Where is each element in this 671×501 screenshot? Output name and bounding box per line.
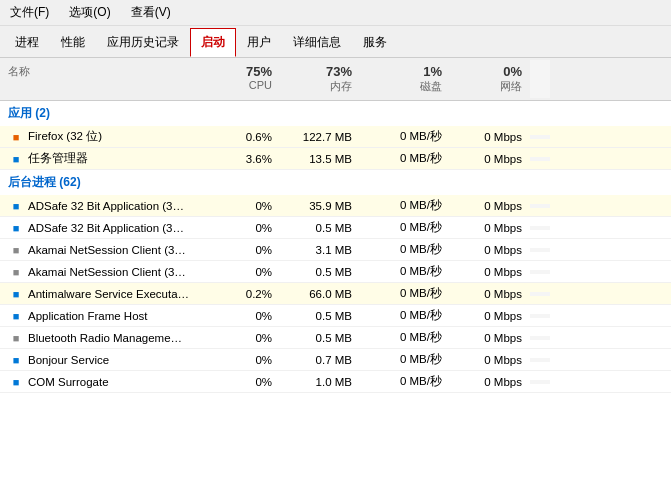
tab-进程[interactable]: 进程 <box>4 28 50 57</box>
process-icon: ■ <box>8 286 24 302</box>
tabs-bar: 进程性能应用历史记录启动用户详细信息服务 <box>0 26 671 58</box>
process-name-cell: ■ Antimalware Service Executa… <box>0 284 210 304</box>
network-cell: 0 Mbps <box>450 374 530 390</box>
row-scroll <box>530 157 550 161</box>
disk-cell: 0 MB/秒 <box>360 149 450 168</box>
row-scroll <box>530 314 550 318</box>
network-cell: 0 Mbps <box>450 129 530 145</box>
tab-启动[interactable]: 启动 <box>190 28 236 57</box>
cpu-cell: 0% <box>210 198 280 214</box>
memory-cell: 0.7 MB <box>280 352 360 368</box>
table-row[interactable]: ■ Akamai NetSession Client (3… 0% 0.5 MB… <box>0 261 671 283</box>
memory-cell: 0.5 MB <box>280 308 360 324</box>
network-cell: 0 Mbps <box>450 151 530 167</box>
table-row[interactable]: ■ Akamai NetSession Client (3… 0% 3.1 MB… <box>0 239 671 261</box>
memory-cell: 0.5 MB <box>280 220 360 236</box>
process-icon: ■ <box>8 198 24 214</box>
process-icon: ■ <box>8 220 24 236</box>
process-name: ADSafe 32 Bit Application (3… <box>28 200 184 212</box>
table-row[interactable]: ■ Application Frame Host 0% 0.5 MB 0 MB/… <box>0 305 671 327</box>
memory-cell: 122.7 MB <box>280 129 360 145</box>
disk-cell: 0 MB/秒 <box>360 372 450 391</box>
disk-cell: 0 MB/秒 <box>360 350 450 369</box>
table-row[interactable]: ■ Antimalware Service Executa… 0.2% 66.0… <box>0 283 671 305</box>
disk-cell: 0 MB/秒 <box>360 284 450 303</box>
disk-cell: 0 MB/秒 <box>360 127 450 146</box>
memory-cell: 1.0 MB <box>280 374 360 390</box>
process-icon: ■ <box>8 129 24 145</box>
process-name: Antimalware Service Executa… <box>28 288 189 300</box>
tab-详细信息[interactable]: 详细信息 <box>282 28 352 57</box>
section-header: 应用 (2) <box>0 101 671 126</box>
memory-cell: 13.5 MB <box>280 151 360 167</box>
table-row[interactable]: ■ COM Surrogate 0% 1.0 MB 0 MB/秒 0 Mbps <box>0 371 671 393</box>
memory-cell: 3.1 MB <box>280 242 360 258</box>
process-name: COM Surrogate <box>28 376 109 388</box>
process-name: Akamai NetSession Client (3… <box>28 266 186 278</box>
section-header: 后台进程 (62) <box>0 170 671 195</box>
table-row[interactable]: ■ ADSafe 32 Bit Application (3… 0% 0.5 M… <box>0 217 671 239</box>
tab-性能[interactable]: 性能 <box>50 28 96 57</box>
network-cell: 0 Mbps <box>450 198 530 214</box>
process-icon: ■ <box>8 264 24 280</box>
process-name: Bonjour Service <box>28 354 109 366</box>
memory-cell: 66.0 MB <box>280 286 360 302</box>
row-scroll <box>530 336 550 340</box>
col-memory[interactable]: 73% 内存 <box>280 60 360 98</box>
menu-options[interactable]: 选项(O) <box>63 2 116 23</box>
memory-cell: 0.5 MB <box>280 264 360 280</box>
disk-cell: 0 MB/秒 <box>360 196 450 215</box>
menu-bar: 文件(F) 选项(O) 查看(V) <box>0 0 671 26</box>
process-icon: ■ <box>8 308 24 324</box>
process-name: Bluetooth Radio Manageme… <box>28 332 182 344</box>
disk-cell: 0 MB/秒 <box>360 262 450 281</box>
table-row[interactable]: ■ 任务管理器 3.6% 13.5 MB 0 MB/秒 0 Mbps <box>0 148 671 170</box>
process-name-cell: ■ Bonjour Service <box>0 350 210 370</box>
menu-view[interactable]: 查看(V) <box>125 2 177 23</box>
process-name-cell: ■ 任务管理器 <box>0 149 210 169</box>
col-cpu[interactable]: 75% CPU <box>210 60 280 98</box>
cpu-cell: 0% <box>210 374 280 390</box>
process-icon: ■ <box>8 330 24 346</box>
tab-服务[interactable]: 服务 <box>352 28 398 57</box>
row-scroll <box>530 248 550 252</box>
tab-用户[interactable]: 用户 <box>236 28 282 57</box>
network-cell: 0 Mbps <box>450 220 530 236</box>
cpu-cell: 0% <box>210 352 280 368</box>
memory-cell: 35.9 MB <box>280 198 360 214</box>
row-scroll <box>530 358 550 362</box>
row-scroll <box>530 270 550 274</box>
cpu-cell: 0% <box>210 264 280 280</box>
header-row: 名称 75% CPU 73% 内存 1% 磁盘 0% 网络 <box>0 58 671 101</box>
network-cell: 0 Mbps <box>450 308 530 324</box>
col-network[interactable]: 0% 网络 <box>450 60 530 98</box>
disk-cell: 0 MB/秒 <box>360 328 450 347</box>
cpu-cell: 3.6% <box>210 151 280 167</box>
disk-cell: 0 MB/秒 <box>360 240 450 259</box>
menu-file[interactable]: 文件(F) <box>4 2 55 23</box>
process-name-cell: ■ Bluetooth Radio Manageme… <box>0 328 210 348</box>
table-row[interactable]: ■ Bluetooth Radio Manageme… 0% 0.5 MB 0 … <box>0 327 671 349</box>
table-row[interactable]: ■ ADSafe 32 Bit Application (3… 0% 35.9 … <box>0 195 671 217</box>
cpu-cell: 0% <box>210 308 280 324</box>
row-scroll <box>530 135 550 139</box>
col-name[interactable]: 名称 <box>0 60 210 98</box>
network-cell: 0 Mbps <box>450 264 530 280</box>
process-name: Firefox (32 位) <box>28 129 102 144</box>
process-list: 应用 (2) ■ Firefox (32 位) 0.6% 122.7 MB 0 … <box>0 101 671 501</box>
row-scroll <box>530 226 550 230</box>
col-scroll <box>530 60 550 98</box>
tab-应用历史记录[interactable]: 应用历史记录 <box>96 28 190 57</box>
process-name-cell: ■ Akamai NetSession Client (3… <box>0 240 210 260</box>
process-icon: ■ <box>8 151 24 167</box>
row-scroll <box>530 292 550 296</box>
process-name: Akamai NetSession Client (3… <box>28 244 186 256</box>
cpu-cell: 0.2% <box>210 286 280 302</box>
network-cell: 0 Mbps <box>450 330 530 346</box>
cpu-cell: 0% <box>210 242 280 258</box>
cpu-cell: 0.6% <box>210 129 280 145</box>
process-name: Application Frame Host <box>28 310 148 322</box>
table-row[interactable]: ■ Firefox (32 位) 0.6% 122.7 MB 0 MB/秒 0 … <box>0 126 671 148</box>
table-row[interactable]: ■ Bonjour Service 0% 0.7 MB 0 MB/秒 0 Mbp… <box>0 349 671 371</box>
col-disk[interactable]: 1% 磁盘 <box>360 60 450 98</box>
